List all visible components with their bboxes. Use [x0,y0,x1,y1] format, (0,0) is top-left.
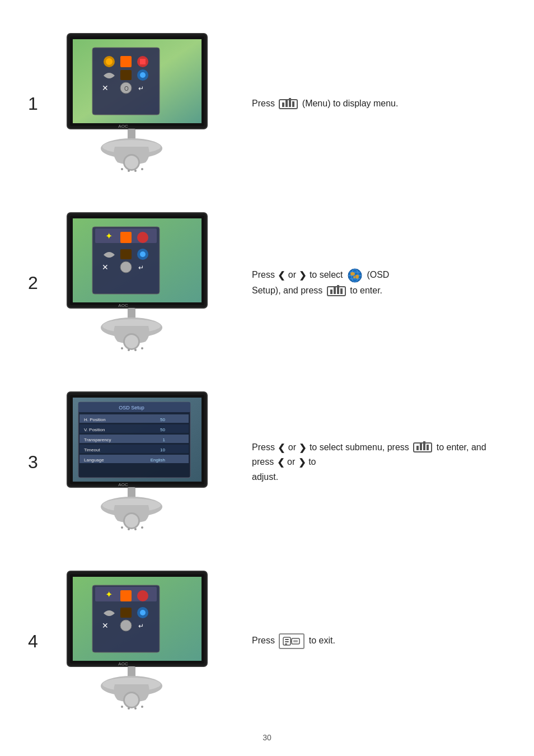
svg-point-38 [120,262,132,273]
right-chevron-2: ❯ [299,268,306,283]
svg-text:AOC: AOC [118,661,128,666]
svg-point-21 [125,156,138,169]
svg-rect-34 [120,249,132,259]
svg-rect-118 [285,643,287,645]
svg-text:V. Position: V. Position [84,427,105,432]
svg-point-84 [125,514,138,528]
instruction-text-3: Press ❮ or ❯ to select submenu, press to… [229,440,506,484]
step-number-4: 4 [28,631,56,652]
press-label-4: Press [252,636,277,645]
monitor-image-2: ✦ ✕ ↵ AOC [56,207,229,358]
svg-point-36 [140,251,146,257]
svg-point-108 [125,693,138,707]
svg-text:✕: ✕ [102,263,109,272]
to-label-3: to [308,457,316,466]
left-chevron-2: ❮ [278,268,285,283]
svg-point-56 [355,275,359,279]
monitor-image-4: ✦ ✕ ↵ AOC [56,566,229,717]
svg-text:AOC: AOC [118,303,128,308]
instruction-text-2: Press ❮ or ❯ to select (OSD Setup), and … [229,268,506,298]
monitor-image-3: OSD Setup H. Position 50 V. Position 50 … [56,386,229,538]
svg-point-23 [128,170,130,172]
enter-button-icon-2 [327,286,346,296]
svg-text:50: 50 [160,427,165,432]
instruction-text-1: Press (Menu) to display menu. [229,96,506,111]
osd-setup-label-2: (OSD [367,270,389,279]
svg-rect-32 [120,232,132,243]
press-label-2: Press [252,270,277,279]
instruction-detail-1: (Menu) to display menu. [302,99,399,108]
svg-point-96 [137,590,148,601]
svg-text:✦: ✦ [105,590,113,599]
svg-rect-119 [293,640,298,642]
to-exit-label-4: to exit. [309,636,335,645]
left-chevron-3b: ❮ [277,455,284,470]
press-label-1: Press [252,99,275,108]
osd-setup-globe-icon [347,268,363,283]
svg-point-112 [141,706,143,708]
svg-text:AOC: AOC [118,124,128,129]
svg-text:AOC: AOC [118,482,128,487]
svg-point-49 [141,347,143,349]
step-row-3: 3 OSD Setup H. Position [28,381,506,543]
svg-point-55 [350,272,355,276]
svg-rect-95 [120,590,132,601]
svg-point-111 [134,707,137,710]
or-label-3a: or [288,442,299,452]
svg-text:↵: ↵ [138,85,144,92]
svg-rect-116 [285,639,289,640]
svg-text:English: English [151,458,165,463]
press-label-3: Press [252,442,277,452]
svg-text:H. Position: H. Position [84,417,106,422]
svg-point-57 [353,276,355,278]
svg-text:O: O [124,86,129,92]
exit-button-icon-4 [279,633,305,648]
step-number-3: 3 [28,452,56,473]
svg-point-109 [121,706,123,708]
svg-point-99 [140,610,146,615]
svg-point-46 [121,347,123,349]
osd-setup-label-2b: Setup), and press [252,286,325,295]
svg-text:10: 10 [160,447,165,452]
menu-button-icon-1 [279,99,298,109]
svg-text:Language: Language [84,458,104,463]
svg-point-88 [141,526,143,529]
svg-text:✦: ✦ [105,231,113,241]
page-number: 30 [263,733,271,742]
svg-text:✕: ✕ [102,83,109,92]
right-chevron-3b: ❯ [298,455,306,470]
svg-text:↵: ↵ [138,622,144,630]
left-chevron-3a: ❮ [278,441,285,455]
or-label-3b: or [287,457,298,466]
svg-point-33 [137,232,148,243]
svg-point-87 [134,528,137,530]
svg-point-48 [134,349,137,351]
svg-point-24 [134,170,137,172]
select-submenu-label-3: to select submenu, press [310,442,411,452]
svg-point-11 [140,72,146,78]
svg-text:OSD Setup: OSD Setup [119,405,144,410]
svg-point-85 [121,526,123,529]
page-container: 1 [0,0,534,756]
svg-text:Transparency: Transparency [84,437,111,442]
instruction-text-4: Press to exit. [229,633,506,648]
svg-text:✕: ✕ [102,621,109,630]
to-enter-label-2: to enter. [350,286,382,295]
svg-point-25 [141,168,143,170]
right-chevron-3a: ❯ [299,441,306,455]
step-row-1: 1 [28,22,506,185]
svg-text:50: 50 [160,417,165,422]
svg-point-110 [128,707,130,710]
menu-button-icon-3 [413,442,432,452]
svg-rect-8 [140,59,146,64]
svg-text:↵: ↵ [138,264,144,272]
monitor-image-1: ✕ O ↵ AOC [56,28,229,179]
step-number-2: 2 [28,273,56,293]
svg-text:Timeout: Timeout [84,447,100,452]
svg-rect-117 [285,641,289,642]
step-row-4: 4 ✦ [28,560,506,722]
svg-rect-6 [120,56,132,67]
step-number-1: 1 [28,94,56,114]
svg-point-47 [128,349,130,351]
svg-text:1: 1 [163,437,166,442]
